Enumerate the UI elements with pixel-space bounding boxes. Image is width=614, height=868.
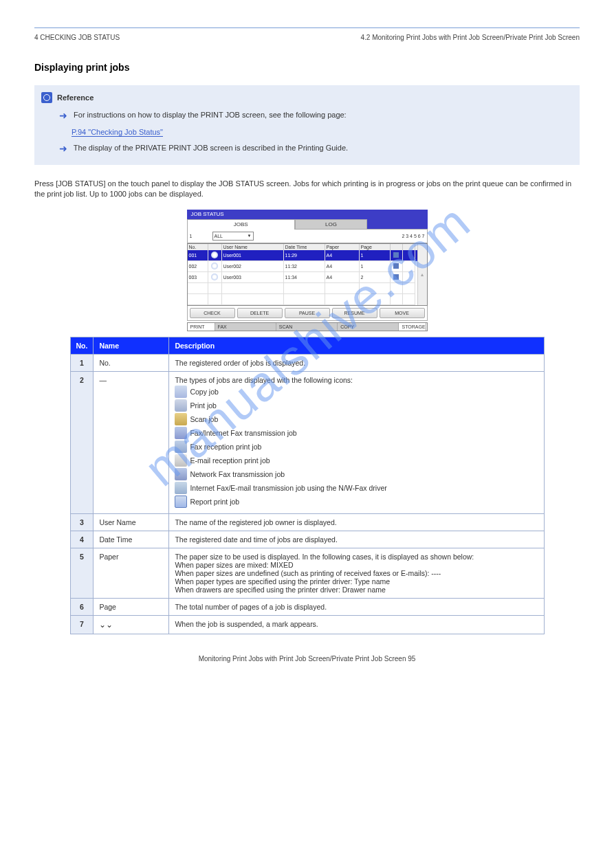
table-row: 5PaperThe paper size to be used is displ…	[70, 548, 544, 598]
tab-log[interactable]: LOG	[295, 219, 367, 230]
row-description: The name of the registered job owner is …	[169, 513, 544, 531]
description-table: No. Name Description 1No.The registered …	[70, 337, 545, 634]
note-line1: For instructions on how to display the P…	[74, 111, 347, 119]
icon-label: Fax reception print job	[190, 443, 261, 451]
status-scan[interactable]: SCAN	[276, 323, 338, 331]
th-name: Name	[94, 337, 169, 354]
note-label: Reference	[57, 93, 94, 102]
row-description: The types of jobs are displayed with the…	[169, 371, 544, 513]
filter-dropdown[interactable]: ALL	[212, 232, 254, 241]
row-name: Date Time	[94, 531, 169, 548]
arrow-icon: ➜	[59, 110, 67, 121]
row-number: 5	[70, 548, 94, 598]
tab-jobs[interactable]: JOBS	[187, 219, 296, 230]
resume-button[interactable]: RESUME	[332, 308, 377, 318]
row-number: 3	[70, 513, 94, 531]
th-desc: Description	[169, 337, 544, 354]
status-print[interactable]: PRINT	[188, 323, 215, 331]
list-item[interactable]: 003User00311:34A42	[188, 272, 417, 283]
table-row: 3User NameThe name of the registered job…	[70, 513, 544, 531]
icon-label: Scan job	[190, 415, 218, 423]
row-name: Paper	[94, 548, 169, 598]
table-row: 2—The types of jobs are displayed with t…	[70, 371, 544, 513]
ss-tabs: JOBS LOG	[187, 219, 428, 230]
delete-button[interactable]: DELETE	[237, 308, 283, 318]
arrow-icon: ➜	[59, 143, 67, 154]
table-row: 1No.The registered order of jobs is disp…	[70, 354, 544, 371]
ic-scan-icon	[175, 413, 187, 425]
ic-report-icon	[175, 496, 187, 508]
row-number: 1	[70, 354, 94, 371]
row-name: —	[94, 371, 169, 513]
th-no: No.	[70, 337, 94, 354]
body-paragraph: Press [JOB STATUS] on the touch panel to…	[34, 179, 580, 200]
note-box: Reference ➜ For instructions on how to d…	[34, 85, 580, 165]
reference-link[interactable]: P.94 "Checking Job Status"	[72, 128, 163, 137]
note-line2: The display of the PRIVATE PRINT JOB scr…	[74, 144, 348, 152]
header-right: 4.2 Monitoring Print Jobs with Print Job…	[361, 34, 580, 41]
chevron-down-icon: ⌄⌄	[99, 620, 113, 630]
status-bar: PRINTFAXSCANCOPYSTORAGE	[187, 322, 428, 331]
row-number: 4	[70, 531, 94, 548]
row-number: 7	[70, 615, 94, 634]
action-buttons: CHECKDELETEPAUSERESUMEMOVE	[187, 306, 428, 321]
list-item[interactable]	[188, 283, 417, 294]
row-description: The paper size to be used is displayed. …	[169, 548, 544, 598]
row-description: The total number of pages of a job is di…	[169, 598, 544, 615]
check-button[interactable]: CHECK	[190, 308, 235, 318]
row-number: 6	[70, 598, 94, 615]
row-description: When the job is suspended, a mark appear…	[169, 615, 544, 634]
row-name: Page	[94, 598, 169, 615]
row-name: ⌄⌄	[94, 615, 169, 634]
row-number: 2	[70, 371, 94, 513]
ss-toolbar: 1 ALL 2 3 4 5 6 7	[187, 230, 428, 243]
row-name: User Name	[94, 513, 169, 531]
ic-copy-icon	[175, 386, 187, 398]
icon-label: E-mail reception print job	[190, 456, 270, 465]
table-row: 6PageThe total number of pages of a job …	[70, 598, 544, 615]
list-item[interactable]: 002User00211:32A41	[188, 261, 417, 272]
page-header: 4 CHECKING JOB STATUS 4.2 Monitoring Pri…	[34, 34, 580, 41]
ic-print-icon	[175, 399, 187, 412]
status-fax[interactable]: FAX	[215, 323, 276, 331]
list-item[interactable]	[188, 294, 417, 305]
icon-label: Copy job	[190, 388, 218, 396]
ss-titlebar: JOB STATUS	[187, 210, 428, 219]
table-row: 4Date TimeThe registered date and time o…	[70, 531, 544, 548]
ic-net-icon	[175, 468, 187, 480]
move-button[interactable]: MOVE	[380, 308, 425, 318]
list-item[interactable]: 001User00111:29A41	[188, 250, 417, 261]
ic-fax-icon	[175, 427, 187, 439]
icon-label: Internet Fax/E-mail transmission job usi…	[190, 484, 386, 492]
ic-monitor-icon	[175, 482, 187, 494]
ic-email-icon	[175, 454, 187, 467]
scroll-up[interactable]: ▴	[417, 244, 427, 305]
status-storage[interactable]: STORAGE	[399, 323, 426, 331]
table-row: 7⌄⌄When the job is suspended, a mark app…	[70, 615, 544, 634]
page-footer: Monitoring Print Jobs with Print Job Scr…	[34, 655, 580, 663]
list-header: No.User NameDate TimePaperPage	[188, 244, 417, 250]
job-list: No.User NameDate TimePaperPage 001User00…	[187, 243, 428, 306]
icon-label: Fax/Internet Fax transmission job	[190, 429, 296, 437]
section-title: Displaying print jobs	[34, 62, 580, 73]
header-left: 4 CHECKING JOB STATUS	[34, 34, 120, 41]
row-name: No.	[94, 354, 169, 371]
reference-icon	[41, 92, 52, 103]
pause-button[interactable]: PAUSE	[285, 308, 330, 318]
row-description: The registered order of jobs is displaye…	[169, 354, 544, 371]
ic-ifax-icon	[175, 441, 187, 453]
header-rule	[34, 27, 580, 28]
status-copy[interactable]: COPY	[338, 323, 399, 331]
icon-label: Report print job	[190, 498, 239, 506]
row-description: The registered date and time of jobs are…	[169, 531, 544, 548]
job-status-screenshot: JOB STATUS JOBS LOG 1 ALL 2 3 4 5 6 7 No…	[187, 210, 428, 331]
icon-label: Print job	[190, 401, 217, 410]
icon-label: Network Fax transmission job	[190, 470, 285, 478]
